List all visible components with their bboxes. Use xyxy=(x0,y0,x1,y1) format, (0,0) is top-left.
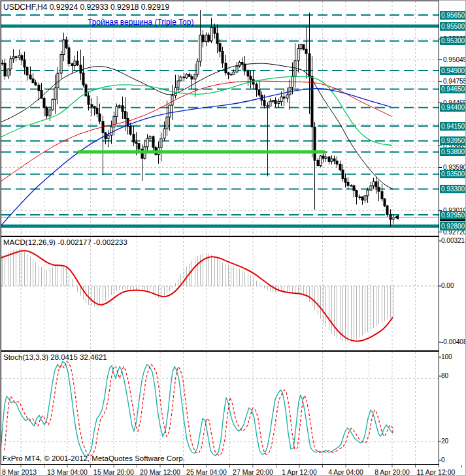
stoch-scale-label: 20 xyxy=(441,437,448,445)
candle-body xyxy=(328,157,330,161)
stoch-scale-label: 100 xyxy=(441,353,452,361)
candle-body xyxy=(356,191,358,197)
candle-body xyxy=(197,61,199,74)
candle-body xyxy=(43,98,45,107)
stoch-indicator-label: Stoch(13,3,3) 28.0415 32.4621 xyxy=(3,353,107,361)
candle-body xyxy=(194,74,196,79)
candle-body xyxy=(113,116,115,127)
candle-body xyxy=(244,64,246,71)
candle-body xyxy=(378,187,380,191)
candle-body xyxy=(230,74,232,75)
candle-body xyxy=(347,182,349,185)
candle-body xyxy=(18,56,20,57)
candle-body xyxy=(320,156,322,166)
candle-body xyxy=(38,85,40,90)
date-label: 11 Apr 12:00 xyxy=(417,468,456,476)
candle-body xyxy=(60,55,62,74)
candle-body xyxy=(107,135,109,138)
candle-body xyxy=(21,56,23,60)
candle-body xyxy=(24,60,25,67)
candle-body xyxy=(269,101,271,106)
candle-body xyxy=(275,101,276,104)
candle-body xyxy=(177,81,179,87)
candle-body xyxy=(169,105,171,117)
candle-body xyxy=(188,74,190,76)
candle-body xyxy=(314,127,316,161)
candle-body xyxy=(133,135,135,142)
stoch-scale-label: 80 xyxy=(441,372,448,380)
price-scale-label: 0.95045 xyxy=(443,56,466,64)
candle-body xyxy=(336,161,338,165)
candle-body xyxy=(370,186,372,190)
candle-body xyxy=(222,52,224,63)
candle-body xyxy=(124,112,126,119)
candle-body xyxy=(82,73,84,85)
candle-body xyxy=(263,101,265,106)
candle-body xyxy=(122,106,124,112)
candle-body xyxy=(386,206,388,215)
date-label: 15 Mar 20:00 xyxy=(93,468,134,476)
candle-body xyxy=(68,48,70,63)
candle-body xyxy=(80,65,82,73)
candle-body xyxy=(93,106,95,108)
candle-body xyxy=(205,35,207,42)
candle-body xyxy=(227,73,229,74)
candle-body xyxy=(361,197,363,200)
candle-body xyxy=(344,178,346,182)
candle-body xyxy=(180,77,182,81)
candle-body xyxy=(160,138,162,148)
candle-body xyxy=(15,57,17,57)
candle-body xyxy=(76,61,78,65)
candle-body xyxy=(247,71,249,76)
price-level-badge: 0.94900 xyxy=(440,67,466,75)
candle-body xyxy=(63,40,65,55)
candle-body xyxy=(12,57,14,59)
candle-body xyxy=(4,63,6,76)
candle-body xyxy=(289,87,291,95)
candle-body xyxy=(236,66,238,72)
candle-body xyxy=(303,44,305,49)
candle-body xyxy=(384,199,386,206)
candle-body xyxy=(57,73,59,88)
candle-body xyxy=(267,106,269,106)
candle-body xyxy=(138,144,140,150)
candle-body xyxy=(241,63,243,64)
candle-body xyxy=(367,190,369,196)
candle-body xyxy=(163,129,165,138)
candle-body xyxy=(35,83,37,86)
date-label: 4 Apr 04:00 xyxy=(328,468,363,476)
price-level-badge: 0.93300 xyxy=(440,185,466,193)
price-level-badge: 0.94150 xyxy=(440,122,466,131)
candle-body xyxy=(258,90,260,95)
macd-scale-label: 0.00 xyxy=(441,282,454,290)
price-level-badge: 0.93800 xyxy=(440,148,466,156)
date-label: 8 Apr 20:00 xyxy=(374,468,410,476)
candle-body xyxy=(199,35,201,61)
candle-body xyxy=(152,136,154,148)
candle-body xyxy=(325,157,327,158)
candle-body xyxy=(364,196,366,200)
price-level-badge: 0.94400 xyxy=(440,103,466,112)
price-level-badge: 0.93500 xyxy=(440,170,466,178)
candle-body xyxy=(239,63,241,67)
candle-body xyxy=(116,106,118,116)
candle-body xyxy=(183,77,185,78)
copyright-text: FxPro MT4, © 2001-2012, MetaQuotes Softw… xyxy=(3,454,185,462)
candle-body xyxy=(250,76,252,80)
date-label: 1 Apr 12:00 xyxy=(282,468,317,476)
candle-body xyxy=(350,185,352,186)
candle-body xyxy=(375,182,377,187)
candle-body xyxy=(311,76,313,127)
candle-body xyxy=(359,197,361,197)
candle-body xyxy=(381,191,383,199)
triple-top-annotation[interactable]: Тройная вершина (Triple Top) xyxy=(88,18,193,27)
date-label: 20 Mar 12:00 xyxy=(140,468,180,476)
price-level-badge: 0.95300 xyxy=(440,37,466,45)
candle-body xyxy=(166,117,168,129)
candle-body xyxy=(186,74,188,78)
candle-body xyxy=(65,40,67,48)
candle-body xyxy=(171,95,173,105)
candle-body xyxy=(74,61,76,65)
candle-body xyxy=(129,126,131,134)
candle-body xyxy=(317,160,319,165)
